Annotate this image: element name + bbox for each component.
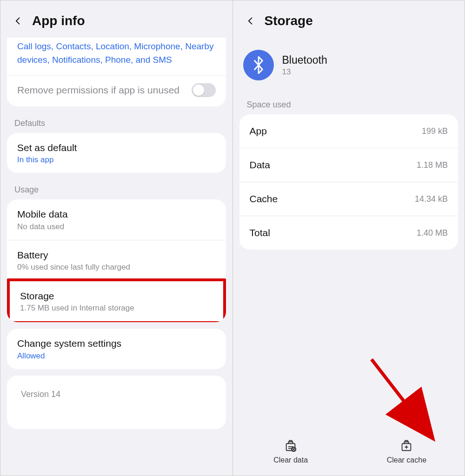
clear-cache-button[interactable]: Clear cache [349, 438, 465, 464]
clear-cache-icon [399, 438, 413, 452]
app-name: Bluetooth [282, 54, 327, 66]
set-as-default-row[interactable]: Set as default In this app [7, 133, 226, 173]
version-text: Version 14 [7, 376, 226, 401]
total-size-row: Total 1.40 MB [239, 216, 458, 250]
page-title: Storage [265, 13, 313, 28]
bluetooth-icon [243, 50, 274, 80]
storage-screen: Storage Bluetooth 13 Space used App 199 … [233, 0, 465, 476]
app-version: 13 [282, 67, 327, 77]
chevron-left-icon [246, 16, 255, 26]
permissions-list[interactable]: Call logs, Contacts, Location, Microphon… [7, 38, 226, 75]
bottom-actions: Clear data Clear cache [233, 429, 465, 476]
page-title: App info [32, 13, 85, 28]
back-button[interactable] [12, 14, 25, 27]
clear-data-label: Clear data [273, 456, 308, 464]
svg-line-5 [372, 359, 427, 431]
version-card: Version 14 [7, 376, 226, 429]
usage-section-label: Usage [0, 179, 232, 199]
storage-row-highlight: Storage 1.75 MB used in Internal storage [7, 278, 226, 322]
storage-row[interactable]: Storage 1.75 MB used in Internal storage [10, 281, 223, 321]
system-settings-card: Change system settings Allowed [7, 329, 226, 369]
remove-permissions-row[interactable]: Remove permissions if app is unused [7, 76, 226, 106]
clear-data-button[interactable]: Clear data [233, 438, 349, 464]
remove-permissions-toggle[interactable] [192, 83, 216, 97]
remove-permissions-label: Remove permissions if app is unused [17, 84, 192, 97]
change-system-settings-row[interactable]: Change system settings Allowed [7, 329, 226, 369]
mobile-data-row[interactable]: Mobile data No data used [7, 199, 226, 239]
battery-row[interactable]: Battery 0% used since last fully charged [7, 240, 226, 280]
data-size-row: Data 1.18 MB [239, 148, 458, 182]
cache-size-row: Cache 14.34 kB [239, 182, 458, 216]
back-button[interactable] [244, 14, 257, 27]
app-info-screen: App info Call logs, Contacts, Location, … [0, 0, 233, 476]
space-used-label: Space used [233, 94, 465, 114]
usage-card: Mobile data No data used Battery 0% used… [7, 199, 226, 322]
app-header: Bluetooth 13 [233, 38, 465, 94]
storage-header: Storage [233, 0, 465, 38]
permissions-card: Call logs, Contacts, Location, Microphon… [7, 38, 226, 106]
app-size-row: App 199 kB [239, 114, 458, 148]
defaults-section-label: Defaults [0, 113, 232, 133]
clear-cache-label: Clear cache [387, 456, 426, 464]
app-info-header: App info [0, 0, 232, 38]
space-used-card: App 199 kB Data 1.18 MB Cache 14.34 kB T… [239, 114, 458, 250]
defaults-card: Set as default In this app [7, 133, 226, 173]
chevron-left-icon [13, 16, 23, 26]
clear-data-icon [284, 438, 298, 452]
